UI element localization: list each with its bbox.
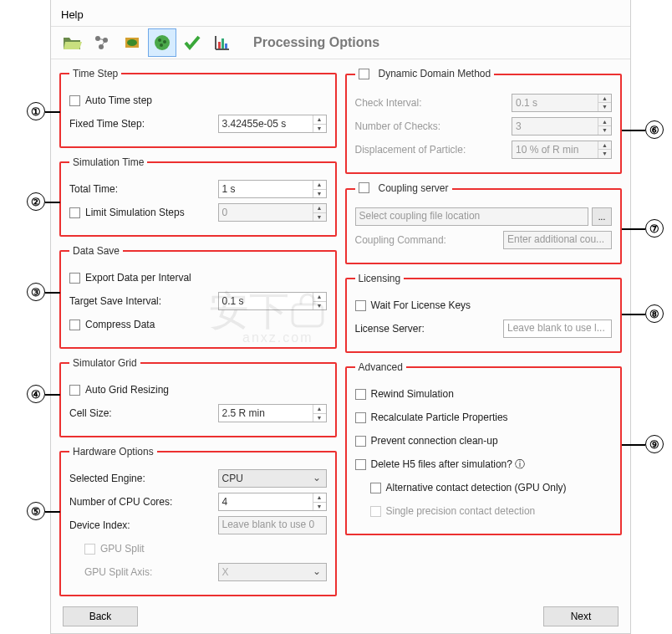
compress-checkbox[interactable] [69,320,80,330]
check-interval-input[interactable]: 0.1 s▲▼ [512,94,612,112]
processing-icon[interactable] [148,28,176,57]
recalc-label: Recalculate Particle Properties [371,412,613,423]
disp-particle-label: Displacement of Particle: [355,144,512,156]
anno-6: ⑥ [645,120,664,139]
prevent-label: Prevent connection clean-up [371,435,613,447]
alt-contact-label: Alternative contact detection (GPU Only) [386,482,613,493]
engine-combo[interactable]: CPU [218,469,327,488]
check-icon[interactable] [178,28,206,57]
grid-group: Simulator Grid Auto Grid Resizing Cell S… [59,357,337,437]
device-input[interactable]: Leave blank to use 0 [218,516,327,534]
limit-steps-input[interactable]: 0▲▼ [218,203,327,222]
advanced-group: Advanced Rewind Simulation Recalculate P… [345,361,623,535]
datasave-group: Data Save Export Data per Interval Targe… [59,245,337,349]
ddm-legend: Dynamic Domain Method [379,68,491,79]
single-prec-label: Single precision contact detection [386,505,613,517]
gpu-split-checkbox[interactable] [84,544,95,555]
browse-button[interactable]: ... [592,207,612,226]
svg-point-10 [160,43,163,47]
toolbar: Processing Options [51,26,630,59]
anno-9: ⑨ [645,435,664,453]
domain-icon[interactable] [118,28,146,57]
compress-label: Compress Data [85,319,327,330]
menu-help[interactable]: Help [51,0,630,26]
license-server-label: License Server: [355,323,504,335]
coupling-group: Coupling server Select coupling file loc… [345,182,623,265]
cores-input[interactable]: 4▲▼ [218,493,327,511]
anno-4: ④ [27,385,45,403]
export-data-label: Export Data per Interval [85,272,327,284]
gpu-split-label: GPU Split [100,543,327,555]
hardware-group: Hardware Options Selected Engine: CPU Nu… [59,446,337,596]
cell-size-label: Cell Size: [69,407,218,419]
svg-rect-14 [221,38,224,49]
wait-license-checkbox[interactable] [355,300,366,311]
target-save-label: Target Save Interval: [69,295,218,307]
gpu-axis-combo: X [218,563,327,581]
fixed-timestep-input[interactable]: 3.42455e-05 s▲▼ [218,115,327,133]
engine-label: Selected Engine: [69,473,218,484]
chart-icon[interactable] [208,28,237,57]
fixed-timestep-label: Fixed Time Step: [69,118,218,130]
auto-timestep-label: Auto Time step [85,95,327,106]
recalc-checkbox[interactable] [355,412,366,423]
alt-contact-checkbox[interactable] [370,483,381,493]
particles-icon[interactable] [88,28,116,57]
anno-5: ⑤ [27,502,45,520]
grid-legend: Simulator Grid [69,357,140,369]
ddm-checkbox[interactable] [359,69,369,79]
anno-7: ⑦ [645,219,664,238]
licensing-legend: Licensing [355,273,405,284]
delete-h5-checkbox[interactable] [355,459,366,470]
device-label: Device Index: [69,519,218,531]
advanced-legend: Advanced [355,361,406,373]
license-server-input[interactable]: Leave blank to use l... [503,320,612,338]
anno-2: ② [27,192,45,211]
window: Help Processing Options Time Step Auto T… [50,0,631,634]
limit-steps-label: Limit Simulation Steps [85,207,213,218]
coupling-checkbox[interactable] [359,182,369,193]
svg-point-9 [163,40,166,43]
svg-point-8 [158,38,161,42]
total-time-label: Total Time: [69,183,218,195]
svg-rect-13 [218,42,221,49]
coupling-file-input[interactable]: Select coupling file location [355,207,589,226]
disp-particle-input[interactable]: 10 % of R min▲▼ [512,141,612,159]
cores-label: Number of CPU Cores: [69,496,218,508]
page-title: Processing Options [253,35,379,50]
hw-legend: Hardware Options [69,446,157,458]
datasave-legend: Data Save [69,245,123,257]
rewind-checkbox[interactable] [355,389,366,400]
rewind-label: Rewind Simulation [371,388,613,400]
check-interval-label: Check Interval: [355,97,512,109]
gpu-axis-label: GPU Split Axis: [84,566,218,578]
cell-size-input[interactable]: 2.5 R min▲▼ [218,404,327,422]
timestep-group: Time Step Auto Time step Fixed Time Step… [59,68,337,148]
wait-license-label: Wait For License Keys [371,299,613,311]
licensing-group: Licensing Wait For License Keys License … [345,273,623,353]
num-checks-label: Number of Checks: [355,120,512,132]
coupling-cmd-input[interactable]: Enter additional cou... [503,231,612,249]
coupling-legend: Coupling server [379,182,449,194]
export-data-checkbox[interactable] [69,273,80,284]
auto-timestep-checkbox[interactable] [69,95,80,106]
anno-1: ① [27,102,45,120]
coupling-cmd-label: Coupling Command: [355,234,504,246]
auto-grid-label: Auto Grid Resizing [85,384,327,396]
auto-grid-checkbox[interactable] [69,385,80,396]
anno-3: ③ [27,283,45,301]
timestep-legend: Time Step [69,68,121,79]
num-checks-input[interactable]: 3▲▼ [512,117,612,135]
svg-rect-15 [225,43,227,49]
open-icon[interactable] [58,28,86,57]
next-button[interactable]: Next [543,606,619,626]
total-time-input[interactable]: 1 s▲▼ [218,180,327,198]
limit-steps-checkbox[interactable] [69,207,80,218]
delete-h5-label: Delete H5 files after simulation? ⓘ [371,458,613,472]
target-save-input[interactable]: 0.1 s▲▼ [218,292,327,310]
prevent-checkbox[interactable] [355,436,366,447]
simtime-group: Simulation Time Total Time: 1 s▲▼ Limit … [59,156,337,237]
back-button[interactable]: Back [63,606,138,626]
svg-point-6 [127,39,137,46]
anno-8: ⑧ [645,304,664,323]
